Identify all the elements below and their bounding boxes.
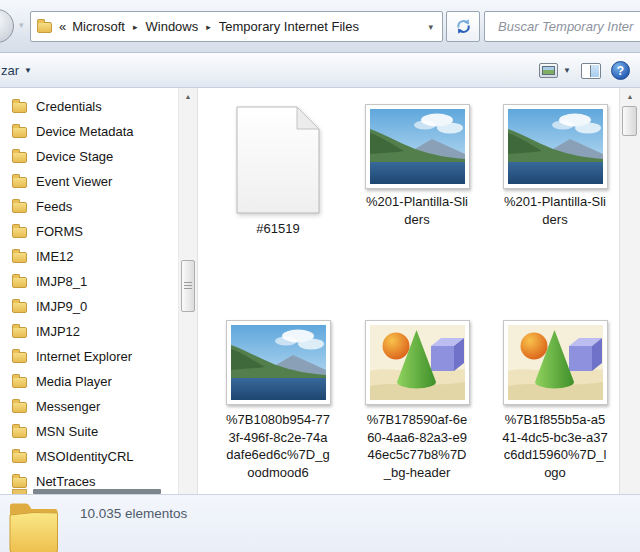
sidebar-item-event-viewer[interactable]: Event Viewer (0, 169, 178, 194)
file-tile-bg-header[interactable]: %7B178590af-6e60-4aa6-82a3-e946ec5c77b8%… (351, 317, 483, 481)
file-tile-goodmood6[interactable]: %7B1080b954-773f-496f-8c2e-74adafe6ed6c%… (212, 317, 344, 481)
breadcrumb-separator-icon[interactable]: ▸ (205, 22, 212, 32)
landscape-photo-icon (226, 320, 331, 405)
organize-menu-button[interactable]: zar ▼ (1, 63, 32, 78)
folder-icon (12, 202, 27, 213)
folder-icon (12, 427, 27, 438)
folder-tree-sidebar: Credentials Device Metadata Device Stage… (0, 88, 178, 494)
document-icon (236, 104, 320, 216)
file-name: %7B178590af-6e60-4aa6-82a3-e946ec5c77b8%… (364, 411, 470, 481)
help-icon: ? (617, 64, 624, 78)
sidebar-scrollbar[interactable]: ▲ (178, 88, 198, 494)
current-folder-icon (37, 22, 52, 33)
organize-label: zar (1, 63, 19, 78)
folder-icon (12, 277, 27, 288)
folder-icon (12, 402, 27, 413)
refresh-button[interactable] (446, 11, 480, 42)
sidebar-scrollbar-thumb[interactable] (181, 260, 195, 312)
breadcrumb-item-windows[interactable]: Windows (146, 19, 199, 34)
big-folder-icon (8, 498, 60, 552)
folder-icon (12, 327, 27, 338)
file-name: %7B1080b954-773f-496f-8c2e-74adafe6ed6c%… (225, 411, 331, 481)
file-tile-61519[interactable]: #61519 (212, 104, 344, 238)
status-bar: 10.035 elementos (0, 494, 640, 552)
items-count: 10.035 elementos (80, 506, 187, 521)
folder-icon (12, 127, 27, 138)
organize-dropdown-icon: ▼ (24, 66, 32, 75)
address-dropdown-icon[interactable]: ▾ (428, 22, 436, 32)
sidebar-item-device-metadata[interactable]: Device Metadata (0, 119, 178, 144)
explorer-content: Credentials Device Metadata Device Stage… (0, 88, 640, 494)
file-name: %201-Plantilla-Sliders (502, 193, 608, 228)
folder-icon (12, 152, 27, 163)
file-tile-plantilla-sliders-2[interactable]: %201-Plantilla-Sliders (489, 104, 621, 228)
sidebar-item-forms[interactable]: FORMS (0, 219, 178, 244)
folder-icon (12, 352, 27, 363)
sidebar-item-imjp12[interactable]: IMJP12 (0, 319, 178, 344)
help-button[interactable]: ? (611, 61, 630, 80)
sidebar-item-ime12[interactable]: IME12 (0, 244, 178, 269)
sidebar-item-msn-suite[interactable]: MSN Suite (0, 419, 178, 444)
main-scrollbar-thumb[interactable] (622, 106, 637, 136)
folder-icon (12, 377, 27, 388)
views-dropdown-icon: ▼ (563, 66, 571, 75)
sidebar-item-messenger[interactable]: Messenger (0, 394, 178, 419)
sidebar-item-imjp9-0[interactable]: IMJP9_0 (0, 294, 178, 319)
sidebar-item-media-player[interactable]: Media Player (0, 369, 178, 394)
folder-icon (12, 102, 27, 113)
file-name: #61519 (213, 220, 343, 238)
folder-icon (12, 177, 27, 188)
breadcrumb-overflow-chevrons[interactable]: « (59, 19, 65, 34)
folder-icon (12, 252, 27, 263)
recent-pages-chevron-icon[interactable]: ▾ (19, 20, 24, 30)
file-tile-logo[interactable]: %7B1f855b5a-a541-4dc5-bc3e-a37c6dd15960%… (489, 317, 621, 481)
scroll-up-icon[interactable]: ▲ (620, 88, 640, 104)
search-box[interactable] (484, 11, 640, 42)
landscape-photo-icon (503, 104, 608, 189)
file-tile-plantilla-sliders[interactable]: %201-Plantilla-Sliders (351, 104, 483, 228)
views-icon (539, 63, 558, 78)
sidebar-item-msoidentitycrl[interactable]: MSOIdentityCRL (0, 444, 178, 469)
shapes-placeholder-icon (365, 320, 470, 405)
navigation-bar: ▾ « Microsoft ▸ Windows ▸ Temporary Inte… (0, 0, 640, 53)
scroll-up-icon[interactable]: ▲ (179, 88, 197, 104)
shapes-placeholder-icon (503, 320, 608, 405)
sidebar-item-internet-explorer[interactable]: Internet Explorer (0, 344, 178, 369)
sidebar-item-credentials[interactable]: Credentials (0, 94, 178, 119)
main-scrollbar[interactable]: ▲ (619, 88, 640, 494)
address-bar[interactable]: « Microsoft ▸ Windows ▸ Temporary Intern… (30, 11, 443, 42)
folder-icon (12, 452, 27, 463)
sidebar-item-feeds[interactable]: Feeds (0, 194, 178, 219)
landscape-photo-icon (365, 104, 470, 189)
file-name: %7B1f855b5a-a541-4dc5-bc3e-a37c6dd15960%… (502, 411, 608, 481)
folder-icon (12, 477, 27, 488)
command-toolbar: zar ▼ ▼ ? (0, 53, 640, 88)
folder-icon (12, 227, 27, 238)
breadcrumb-item-microsoft[interactable]: Microsoft (72, 19, 125, 34)
preview-pane-button[interactable] (581, 63, 601, 79)
refresh-icon (455, 18, 472, 35)
search-input[interactable] (485, 12, 640, 41)
sidebar-item-device-stage[interactable]: Device Stage (0, 144, 178, 169)
file-name: %201-Plantilla-Sliders (364, 193, 470, 228)
change-view-button[interactable]: ▼ (539, 63, 571, 78)
sidebar-item-imjp8-1[interactable]: IMJP8_1 (0, 269, 178, 294)
back-button[interactable] (0, 9, 14, 43)
breadcrumb-item-temporary-internet-files[interactable]: Temporary Internet Files (219, 19, 359, 34)
folder-icon (12, 302, 27, 313)
breadcrumb-separator-icon[interactable]: ▸ (132, 22, 139, 32)
